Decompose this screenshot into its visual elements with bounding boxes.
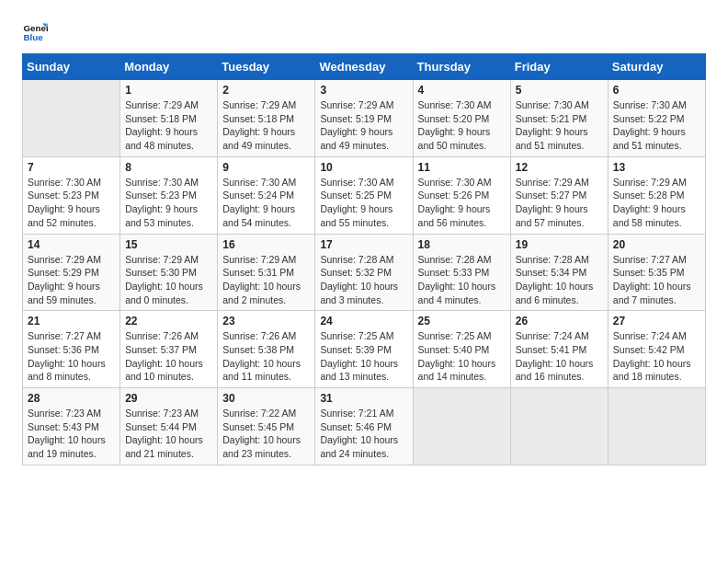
header-saturday: Saturday [608,54,705,80]
calendar-cell: 8 Sunrise: 7:30 AMSunset: 5:23 PMDayligh… [120,156,218,234]
calendar-cell: 12 Sunrise: 7:29 AMSunset: 5:27 PMDaylig… [510,156,608,234]
day-info: Sunrise: 7:24 AMSunset: 5:42 PMDaylight:… [613,330,691,382]
day-number: 7 [28,161,115,174]
day-info: Sunrise: 7:26 AMSunset: 5:37 PMDaylight:… [125,330,203,382]
calendar-cell: 29 Sunrise: 7:23 AMSunset: 5:44 PMDaylig… [120,388,218,465]
calendar-cell: 15 Sunrise: 7:29 AMSunset: 5:30 PMDaylig… [120,234,218,311]
day-info: Sunrise: 7:29 AMSunset: 5:30 PMDaylight:… [125,254,203,305]
day-number: 8 [125,161,212,174]
header-thursday: Thursday [413,54,510,80]
calendar-cell: 28 Sunrise: 7:23 AMSunset: 5:43 PMDaylig… [23,388,120,465]
day-number: 26 [516,315,603,327]
day-info: Sunrise: 7:24 AMSunset: 5:41 PMDaylight:… [516,330,594,382]
calendar-cell: 31 Sunrise: 7:21 AMSunset: 5:46 PMDaylig… [315,388,413,465]
header-sunday: Sunday [23,54,120,80]
calendar-cell: 18 Sunrise: 7:28 AMSunset: 5:33 PMDaylig… [413,234,510,311]
calendar-cell: 25 Sunrise: 7:25 AMSunset: 5:40 PMDaylig… [413,311,510,388]
calendar-cell: 19 Sunrise: 7:28 AMSunset: 5:34 PMDaylig… [510,234,608,311]
calendar-cell: 16 Sunrise: 7:29 AMSunset: 5:31 PMDaylig… [218,234,315,311]
day-info: Sunrise: 7:30 AMSunset: 5:23 PMDaylight:… [125,177,199,228]
day-info: Sunrise: 7:22 AMSunset: 5:45 PMDaylight:… [222,408,301,459]
week-row-4: 28 Sunrise: 7:23 AMSunset: 5:43 PMDaylig… [23,388,706,465]
day-info: Sunrise: 7:25 AMSunset: 5:40 PMDaylight:… [418,330,496,382]
day-number: 25 [418,315,506,327]
header-monday: Monday [120,54,218,80]
day-number: 24 [320,315,407,327]
day-number: 30 [222,392,310,405]
day-number: 21 [28,315,115,327]
day-number: 2 [222,84,310,97]
calendar-table: SundayMondayTuesdayWednesdayThursdayFrid… [22,53,706,465]
day-number: 31 [320,392,407,405]
day-info: Sunrise: 7:26 AMSunset: 5:38 PMDaylight:… [222,330,301,382]
day-number: 29 [125,392,212,405]
day-number: 15 [125,238,212,251]
header: General Blue [22,18,706,44]
calendar-cell: 7 Sunrise: 7:30 AMSunset: 5:23 PMDayligh… [23,156,120,234]
calendar-cell [23,80,120,157]
day-number: 4 [418,84,506,97]
calendar-cell [413,388,510,465]
day-info: Sunrise: 7:23 AMSunset: 5:43 PMDaylight:… [28,408,106,459]
day-info: Sunrise: 7:30 AMSunset: 5:25 PMDaylight:… [320,177,393,228]
calendar-cell: 11 Sunrise: 7:30 AMSunset: 5:26 PMDaylig… [413,156,510,234]
day-info: Sunrise: 7:29 AMSunset: 5:29 PMDaylight:… [28,254,101,305]
calendar-cell: 5 Sunrise: 7:30 AMSunset: 5:21 PMDayligh… [510,80,608,157]
day-number: 23 [222,315,310,327]
day-number: 20 [613,238,700,251]
day-info: Sunrise: 7:28 AMSunset: 5:33 PMDaylight:… [418,254,496,305]
day-info: Sunrise: 7:30 AMSunset: 5:20 PMDaylight:… [418,99,492,151]
day-info: Sunrise: 7:29 AMSunset: 5:27 PMDaylight:… [516,177,589,228]
svg-text:Blue: Blue [23,32,43,42]
calendar-cell: 4 Sunrise: 7:30 AMSunset: 5:20 PMDayligh… [413,80,510,157]
day-number: 17 [320,238,407,251]
day-info: Sunrise: 7:30 AMSunset: 5:21 PMDaylight:… [516,99,589,151]
day-number: 18 [418,238,506,251]
calendar-cell: 14 Sunrise: 7:29 AMSunset: 5:29 PMDaylig… [23,234,120,311]
day-info: Sunrise: 7:29 AMSunset: 5:31 PMDaylight:… [222,254,301,305]
day-number: 5 [516,84,603,97]
calendar-cell: 24 Sunrise: 7:25 AMSunset: 5:39 PMDaylig… [315,311,413,388]
calendar-cell: 17 Sunrise: 7:28 AMSunset: 5:32 PMDaylig… [315,234,413,311]
day-info: Sunrise: 7:28 AMSunset: 5:34 PMDaylight:… [516,254,594,305]
day-info: Sunrise: 7:21 AMSunset: 5:46 PMDaylight:… [320,408,398,459]
calendar-cell [510,388,608,465]
week-row-0: 1 Sunrise: 7:29 AMSunset: 5:18 PMDayligh… [23,80,706,157]
calendar-header-row: SundayMondayTuesdayWednesdayThursdayFrid… [23,54,706,80]
day-info: Sunrise: 7:25 AMSunset: 5:39 PMDaylight:… [320,330,398,382]
calendar-cell: 21 Sunrise: 7:27 AMSunset: 5:36 PMDaylig… [23,311,120,388]
day-info: Sunrise: 7:27 AMSunset: 5:35 PMDaylight:… [613,254,691,305]
calendar-cell: 6 Sunrise: 7:30 AMSunset: 5:22 PMDayligh… [608,80,705,157]
day-number: 13 [613,161,700,174]
day-number: 12 [516,161,603,174]
day-info: Sunrise: 7:30 AMSunset: 5:26 PMDaylight:… [418,177,492,228]
day-info: Sunrise: 7:29 AMSunset: 5:18 PMDaylight:… [125,99,199,151]
day-info: Sunrise: 7:29 AMSunset: 5:28 PMDaylight:… [613,177,687,228]
week-row-3: 21 Sunrise: 7:27 AMSunset: 5:36 PMDaylig… [23,311,706,388]
calendar-cell: 22 Sunrise: 7:26 AMSunset: 5:37 PMDaylig… [120,311,218,388]
day-info: Sunrise: 7:23 AMSunset: 5:44 PMDaylight:… [125,408,203,459]
logo: General Blue [22,18,51,44]
day-number: 19 [516,238,603,251]
calendar-cell: 2 Sunrise: 7:29 AMSunset: 5:18 PMDayligh… [218,80,315,157]
calendar-cell: 1 Sunrise: 7:29 AMSunset: 5:18 PMDayligh… [120,80,218,157]
logo-icon: General Blue [22,18,48,44]
day-number: 28 [28,392,115,405]
week-row-2: 14 Sunrise: 7:29 AMSunset: 5:29 PMDaylig… [23,234,706,311]
day-info: Sunrise: 7:27 AMSunset: 5:36 PMDaylight:… [28,330,106,382]
day-number: 9 [222,161,310,174]
day-number: 10 [320,161,407,174]
day-info: Sunrise: 7:30 AMSunset: 5:22 PMDaylight:… [613,99,687,151]
day-number: 14 [28,238,115,251]
calendar-cell: 26 Sunrise: 7:24 AMSunset: 5:41 PMDaylig… [510,311,608,388]
calendar-cell: 20 Sunrise: 7:27 AMSunset: 5:35 PMDaylig… [608,234,705,311]
header-tuesday: Tuesday [218,54,315,80]
calendar-cell: 27 Sunrise: 7:24 AMSunset: 5:42 PMDaylig… [608,311,705,388]
week-row-1: 7 Sunrise: 7:30 AMSunset: 5:23 PMDayligh… [23,156,706,234]
day-info: Sunrise: 7:30 AMSunset: 5:24 PMDaylight:… [222,177,296,228]
day-number: 6 [613,84,700,97]
day-number: 3 [320,84,407,97]
calendar-cell: 10 Sunrise: 7:30 AMSunset: 5:25 PMDaylig… [315,156,413,234]
header-friday: Friday [510,54,608,80]
day-info: Sunrise: 7:29 AMSunset: 5:18 PMDaylight:… [222,99,296,151]
